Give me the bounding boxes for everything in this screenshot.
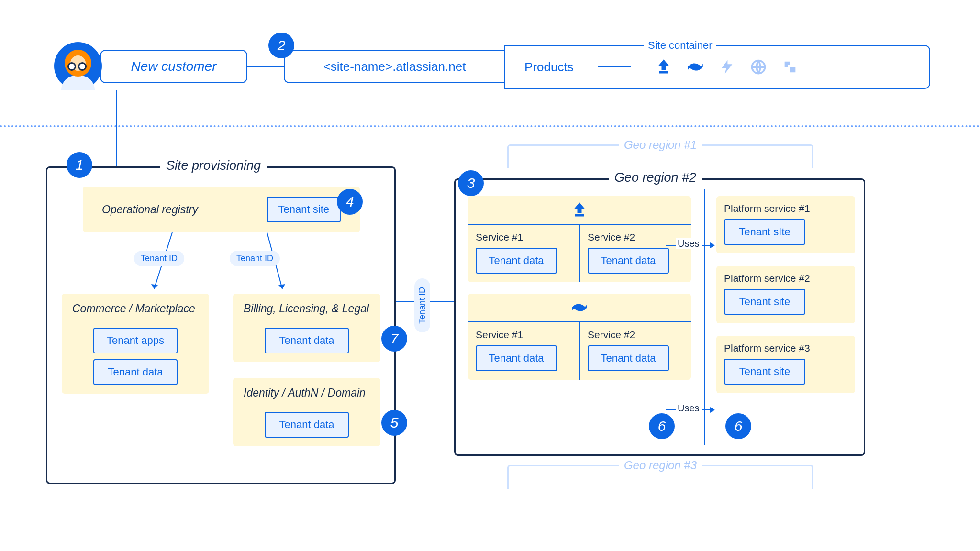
op-registry-title: Operational registry: [102, 203, 198, 216]
platform-1-title: Platform service #1: [724, 203, 847, 214]
site-container: Site container Products: [504, 45, 930, 89]
commerce-card: Commerce / Marketplace Tenant apps Tenan…: [62, 294, 209, 394]
site-container-label: Site container: [644, 39, 716, 52]
geo-divider: [704, 189, 705, 445]
geo-region-1-label: Geo region #1: [619, 138, 702, 152]
products-line: [598, 66, 631, 67]
tenant-apps-chip: Tenant apps: [93, 328, 178, 353]
badge-1: 1: [67, 152, 92, 178]
confluence-icon: [571, 299, 588, 316]
site-url-text: <site-name>.atlassian.net: [323, 59, 466, 74]
tenant-data-chip: Tenant data: [588, 345, 669, 371]
service-2-label: Service #2: [588, 231, 683, 243]
products-label: Products: [524, 60, 574, 75]
tenant-site-chip: Tenant site: [724, 359, 805, 385]
badge-6: 6: [725, 413, 751, 439]
platform-service-2-card: Platform service #2 Tenant site: [716, 266, 855, 323]
tenant-data-chip: Tenant data: [476, 345, 557, 371]
tenant-id-pill: Tenant ID: [230, 251, 280, 266]
operational-registry-card: Operational registry Tenant site: [83, 187, 360, 232]
tenant-site-chip: Tenant site: [267, 197, 341, 222]
service-1-block: Service #1 Tenant data: [468, 225, 580, 282]
new-customer-label: New customer: [131, 59, 217, 74]
platform-service-1-card: Platform service #1 Tenant sIte: [716, 196, 855, 253]
site-url-box: <site-name>.atlassian.net: [284, 50, 504, 83]
tenant-data-chip: Tenant data: [265, 412, 349, 438]
badge-6: 6: [649, 413, 675, 439]
geo-jira-card: Service #1 Tenant data Service #2 Tenant…: [468, 196, 691, 282]
service-1-label: Service #1: [476, 231, 571, 243]
jira-icon: [655, 58, 672, 76]
platform-3-title: Platform service #3: [724, 342, 847, 354]
dotted-divider: [0, 125, 980, 127]
customer-avatar: [54, 42, 102, 90]
service-2-block: Service #2 Tenant data: [580, 225, 691, 282]
geo-region-2-title: Geo region #2: [609, 170, 702, 185]
globe-icon: [750, 58, 767, 76]
svg-marker-2: [151, 284, 158, 289]
tenant-data-chip: Tenant data: [476, 248, 557, 274]
badge-5: 5: [381, 410, 407, 436]
service-1-block: Service #1 Tenant data: [468, 322, 580, 380]
platform-service-3-card: Platform service #3 Tenant site: [716, 336, 855, 393]
identity-title: Identity / AuthN / Domain: [244, 386, 370, 399]
svg-marker-4: [278, 284, 285, 289]
tenant-data-chip: Tenant data: [93, 359, 178, 385]
connector: [247, 66, 284, 67]
new-customer-box: New customer: [100, 50, 247, 83]
tenant-id-pill-vertical: Tenant ID: [414, 278, 430, 332]
jira-icon: [571, 201, 588, 219]
geo-region-1: Geo region #1: [507, 144, 813, 168]
tenant-data-chip: Tenant data: [265, 328, 349, 353]
tenant-site-chip: Tenant site: [724, 289, 805, 315]
badge-7: 7: [381, 326, 407, 352]
service-2-label: Service #2: [588, 329, 683, 341]
service-1-label: Service #1: [476, 329, 571, 341]
uses-label: Uses: [676, 238, 702, 249]
tenant-site-chip: Tenant sIte: [724, 219, 805, 245]
platform-services-column: Platform service #1 Tenant sIte Platform…: [716, 196, 855, 406]
billing-card: Billing, Licensing, & Legal Tenant data: [233, 294, 380, 362]
billing-title: Billing, Licensing, & Legal: [244, 302, 370, 315]
badge-2: 2: [268, 33, 294, 58]
uses-label: Uses: [676, 403, 702, 414]
connector: [116, 90, 117, 166]
expand-icon: [781, 58, 799, 76]
identity-card: Identity / AuthN / Domain Tenant data: [233, 378, 380, 446]
geo-region-3-label: Geo region #3: [619, 459, 702, 472]
site-provisioning-title: Site provisioning: [160, 158, 267, 173]
service-2-block: Service #2 Tenant data: [580, 322, 691, 380]
commerce-title: Commerce / Marketplace: [72, 302, 199, 315]
badge-4: 4: [337, 189, 363, 215]
geo-confluence-card: Service #1 Tenant data Service #2 Tenant…: [468, 294, 691, 380]
geo-region-3: Geo region #3: [507, 465, 813, 489]
confluence-icon: [687, 58, 704, 76]
bolt-icon: [718, 58, 735, 76]
badge-3: 3: [458, 170, 484, 196]
platform-2-title: Platform service #2: [724, 273, 847, 284]
geo-products-column: Service #1 Tenant data Service #2 Tenant…: [468, 196, 691, 391]
tenant-data-chip: Tenant data: [588, 248, 669, 274]
tenant-id-pill: Tenant ID: [134, 251, 184, 266]
